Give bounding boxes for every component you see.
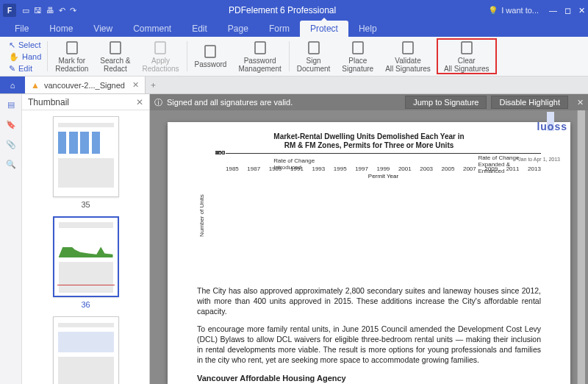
- search-icon: [108, 40, 123, 55]
- search-icon[interactable]: 🔍: [6, 160, 16, 169]
- hand-icon: ✋: [9, 51, 19, 62]
- attachments-icon[interactable]: 📎: [6, 140, 16, 149]
- home-tab[interactable]: ⌂: [0, 77, 25, 93]
- validate-icon: [401, 40, 415, 55]
- section-heading: Vancouver Affordable Housing Agency: [197, 374, 541, 383]
- lightbulb-icon: 💡: [488, 6, 498, 15]
- cursor-icon: ↖: [9, 40, 15, 50]
- menu-tab-file[interactable]: File: [4, 21, 39, 37]
- page-number: 36: [81, 300, 90, 309]
- menu-tab-view[interactable]: View: [83, 21, 123, 37]
- edit-tool[interactable]: ✎Edit: [9, 63, 41, 74]
- window-controls: — ◻ ✕: [549, 6, 585, 15]
- minimize-button[interactable]: —: [549, 6, 557, 15]
- menu-tab-comment[interactable]: Comment: [123, 21, 182, 37]
- ribbon-placebutton[interactable]: PlaceSignature: [336, 38, 379, 74]
- title-bar: F ▭ 🖫 🖶 ↶ ↷ PDFelement 6 Professional 💡 …: [0, 0, 588, 21]
- clear-icon: [459, 40, 474, 55]
- sign-icon: [306, 40, 321, 55]
- svg-rect-0: [67, 42, 77, 54]
- qat-open-icon[interactable]: ▭: [22, 6, 29, 15]
- select-tool[interactable]: ↖Select: [9, 40, 41, 50]
- ribbon-applybutton: ApplyRedactions: [136, 38, 184, 74]
- chart-ylabel: Number of Units: [197, 153, 207, 278]
- app-title: PDFelement 6 Professional: [76, 5, 488, 15]
- close-panel-icon[interactable]: ✕: [136, 97, 143, 107]
- menu-tab-edit[interactable]: Edit: [182, 21, 218, 37]
- mark-icon: [65, 40, 79, 55]
- i-want-to[interactable]: 💡 I want to...: [488, 6, 539, 15]
- menu-tab-protect[interactable]: Protect: [300, 21, 348, 37]
- thumbnails-icon[interactable]: ▤: [7, 100, 15, 110]
- svg-rect-6: [353, 42, 363, 54]
- quick-access-toolbar: ▭ 🖫 🖶 ↶ ↷: [22, 6, 76, 15]
- qat-undo-icon[interactable]: ↶: [59, 6, 65, 15]
- ribbon: ↖Select ✋Hand ✎Edit Mark forRedactionSea…: [0, 37, 588, 77]
- ribbon-passwordbutton[interactable]: PasswordManagement: [232, 38, 287, 74]
- warning-icon: ▲: [31, 80, 40, 90]
- bookmarks-icon[interactable]: 🔖: [6, 120, 16, 129]
- ribbon-signbutton[interactable]: SignDocument: [291, 38, 337, 74]
- hand-tool[interactable]: ✋Hand: [9, 51, 41, 62]
- menu-tab-help[interactable]: Help: [348, 21, 387, 37]
- paragraph-1: The City has also approved approximately…: [197, 285, 541, 316]
- jump-to-signature-button[interactable]: Jump to Signature: [405, 96, 487, 109]
- document-tab[interactable]: ▲ vancouver-2..._Signed ✕: [25, 77, 146, 93]
- thumbnail-panel-title: Thumbnail: [28, 97, 69, 107]
- signature-message: Signed and all signatures are valid.: [167, 98, 293, 107]
- pencil-icon: ✎: [9, 63, 15, 74]
- ribbon-passwordbutton[interactable]: Password: [189, 38, 233, 74]
- qat-redo-icon[interactable]: ↷: [70, 6, 76, 15]
- page-content: Market-Rental Dwelling Units Demolished …: [168, 122, 570, 384]
- svg-rect-7: [403, 42, 413, 54]
- annotation-1: Rate of ChangeIntroduced: [273, 157, 315, 171]
- signature-bar: ⓘ Signed and all signatures are valid. J…: [150, 94, 588, 110]
- ribbon-search-button[interactable]: Search &Redact: [94, 38, 136, 74]
- qat-save-icon[interactable]: 🖫: [34, 6, 42, 15]
- document-tab-label: vancouver-2..._Signed: [44, 81, 125, 90]
- close-button[interactable]: ✕: [578, 6, 585, 15]
- maximize-button[interactable]: ◻: [564, 6, 571, 15]
- workspace: ▤ 🔖 📎 🔍 Thumbnail ✕ 353637 ⓘ Signed and …: [0, 94, 588, 384]
- svg-rect-3: [205, 46, 215, 57]
- chart-footnote: *Jan to Apr 1, 2013: [516, 157, 560, 162]
- ribbon-validatebutton[interactable]: ValidateAll Signatures: [379, 38, 437, 74]
- thumbnail-page-37[interactable]: 37: [53, 316, 119, 384]
- chart: Number of Units Rate of ChangeIntroduced…: [197, 153, 541, 278]
- app-logo: F: [3, 4, 16, 17]
- chart-plot-area: Rate of ChangeIntroduced Rate of ChangeE…: [226, 153, 541, 154]
- page-number: 35: [81, 200, 90, 209]
- menu-tab-form[interactable]: Form: [259, 21, 300, 37]
- place-icon: [351, 40, 365, 55]
- svg-rect-1: [110, 42, 121, 54]
- ribbon-clearbutton[interactable]: ClearAll Signatures: [437, 38, 497, 74]
- menu-tab-home[interactable]: Home: [39, 21, 83, 37]
- svg-rect-8: [462, 42, 472, 54]
- document-area: ⓘ Signed and all signatures are valid. J…: [150, 94, 588, 384]
- watermark: luoss: [537, 121, 567, 132]
- home-icon: ⌂: [10, 81, 15, 90]
- page-viewport[interactable]: Market-Rental Dwelling Units Demolished …: [150, 110, 588, 384]
- ribbon-mark-forbutton[interactable]: Mark forRedaction: [49, 38, 94, 74]
- add-tab-button[interactable]: ＋: [146, 79, 162, 90]
- side-icon-rail: ▤ 🔖 📎 🔍: [0, 94, 22, 384]
- info-icon: ⓘ: [154, 97, 162, 108]
- svg-rect-2: [155, 42, 165, 54]
- menu-tab-page[interactable]: Page: [218, 21, 259, 37]
- pwd-icon: [203, 44, 218, 59]
- qat-print-icon[interactable]: 🖶: [46, 6, 54, 15]
- scrollbar-thumb[interactable]: [578, 116, 584, 160]
- ytick: 500: [209, 149, 225, 156]
- thumbnail-panel: Thumbnail ✕ 353637: [22, 94, 150, 384]
- disable-highlight-button[interactable]: Disable Highlight: [491, 96, 568, 109]
- thumbnail-page-35[interactable]: 35: [53, 116, 119, 209]
- thumbnail-list: 353637: [22, 110, 149, 384]
- svg-rect-4: [255, 42, 265, 54]
- document-tab-strip: ⌂ ▲ vancouver-2..._Signed ✕ ＋: [0, 77, 588, 94]
- menu-bar: FileHomeViewCommentEditPageFormProtectHe…: [0, 21, 588, 37]
- annotation-2: Rate of ChangeExpanded &Enhanced: [478, 154, 519, 174]
- apply-icon: [153, 40, 168, 55]
- close-bar-icon[interactable]: ✕: [577, 98, 584, 107]
- thumbnail-page-36[interactable]: 36: [53, 216, 119, 309]
- close-tab-icon[interactable]: ✕: [132, 80, 139, 90]
